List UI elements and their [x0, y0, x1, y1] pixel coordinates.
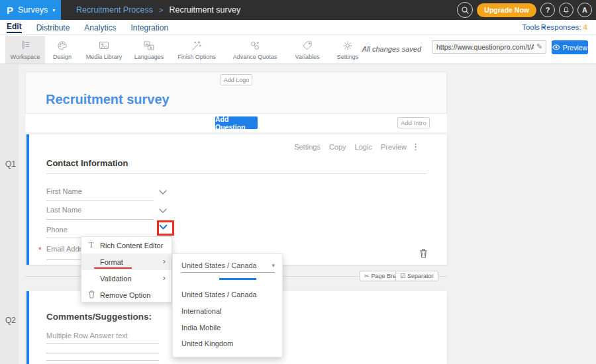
question-actions: Settings Copy Logic Preview	[294, 143, 407, 151]
toolbar-item-media-library[interactable]: Media Library	[79, 36, 128, 64]
question-title-divider	[46, 173, 427, 174]
share-url-input[interactable]	[432, 40, 546, 54]
question-title[interactable]: Comments/Suggestions:	[46, 312, 152, 322]
toolbar-item-label: Design	[53, 54, 72, 60]
responses-link[interactable]: Responses: 4	[541, 20, 587, 34]
top-bar: P Surveys ▾ Recruitment Process > Recrui…	[0, 0, 596, 20]
breadcrumb-separator-icon: >	[159, 6, 163, 14]
menu-item-validation[interactable]: Validation ›	[81, 270, 172, 287]
field-chevron-down-icon[interactable]	[159, 190, 167, 195]
breadcrumb-current: Recruitment survey	[169, 5, 240, 15]
eye-icon	[552, 44, 560, 50]
field-context-menu: T Rich Content Editor Format › Validatio…	[81, 236, 172, 302]
surveys-menu[interactable]: P Surveys ▾	[0, 0, 61, 20]
translate-icon	[143, 40, 155, 52]
toolbar-item-finish-options[interactable]: Finish Options	[170, 36, 224, 64]
format-option-us-canada[interactable]: United States / Canada	[181, 291, 257, 298]
notifications-button[interactable]	[559, 3, 573, 17]
question-settings-link[interactable]: Settings	[294, 143, 321, 151]
tab-distribute[interactable]: Distribute	[36, 23, 70, 32]
answer-placeholder-text[interactable]: Multiple Row Answer text	[46, 332, 128, 340]
help-button[interactable]: ?	[540, 3, 555, 17]
delete-option-trash-icon[interactable]	[419, 248, 428, 258]
toolbar-item-languages[interactable]: Languages	[128, 36, 170, 64]
tab-analytics[interactable]: Analytics	[84, 23, 116, 32]
tab-edit[interactable]: Edit	[7, 21, 22, 33]
menu-item-rich-content-editor[interactable]: T Rich Content Editor	[81, 237, 172, 253]
question-number-q1: Q1	[5, 159, 16, 169]
tag-icon	[301, 40, 313, 52]
toolbar-item-label: Variables	[295, 54, 320, 60]
required-asterisk: *	[38, 246, 42, 255]
breadcrumb-parent[interactable]: Recruitment Process	[76, 5, 153, 15]
field-label-phone[interactable]: Phone	[46, 226, 68, 234]
active-indicator-bar	[219, 278, 256, 280]
toolbar-item-label: Languages	[134, 54, 164, 60]
answer-underline	[46, 353, 159, 353]
separator-label: Separator	[407, 273, 434, 279]
format-option-international[interactable]: International	[181, 307, 222, 315]
field-chevron-down-icon[interactable]	[159, 208, 167, 214]
add-logo-button[interactable]: Add Logo	[221, 74, 252, 85]
nav-tabs: Edit Distribute Analytics Integration	[7, 20, 183, 34]
breadcrumb: Recruitment Process > Recruitment survey	[76, 0, 240, 20]
question-logic-link[interactable]: Logic	[355, 143, 372, 151]
format-option-united-kingdom[interactable]: United Kingdom	[181, 340, 233, 347]
toolbar-item-design[interactable]: Design	[45, 36, 79, 64]
menu-item-label: Rich Content Editor	[100, 242, 163, 250]
account-avatar[interactable]: A	[577, 3, 592, 17]
scissors-icon: ✂	[364, 273, 370, 279]
annotation-underline	[94, 267, 132, 269]
chain-links-icon	[249, 40, 261, 52]
toolbar-item-advance-quotas[interactable]: Advance Quotas	[224, 36, 286, 64]
tab-integration[interactable]: Integration	[130, 23, 168, 32]
upgrade-now-button[interactable]: Upgrade Now	[477, 3, 536, 17]
field-label-last-name[interactable]: Last Name	[46, 206, 81, 214]
toolbar-item-label: Workspace	[11, 54, 40, 60]
add-controls-row: Add Question Add Intro	[25, 114, 447, 132]
field-label-email[interactable]: Email Addre	[46, 245, 85, 253]
question-mark-icon: ?	[546, 6, 550, 14]
separator-button[interactable]: ☑ Separator	[395, 271, 438, 281]
survey-title[interactable]: Recruitment survey	[46, 92, 170, 107]
menu-item-label: Format	[100, 258, 123, 266]
chevron-right-icon: ›	[163, 256, 166, 266]
format-option-india-mobile[interactable]: India Mobile	[181, 324, 221, 332]
annotation-highlight-box	[157, 220, 174, 236]
app-root: P Surveys ▾ Recruitment Process > Recrui…	[0, 0, 596, 364]
question-preview-link[interactable]: Preview	[381, 143, 407, 151]
select-caret-icon[interactable]: ▾	[272, 262, 275, 269]
checkbox-icon: ☑	[400, 273, 405, 279]
format-submenu-panel: United States / Canada ▾ United States /…	[172, 253, 283, 357]
chevron-right-icon: ›	[163, 273, 166, 283]
edit-url-pencil-icon[interactable]: ✎	[536, 42, 542, 51]
toolbar-item-variables[interactable]: Variables	[286, 36, 328, 64]
field-underline	[46, 219, 154, 220]
menu-item-remove-option[interactable]: Remove Option	[81, 287, 172, 303]
chevron-down-icon: ▾	[52, 7, 55, 13]
add-intro-button[interactable]: Add Intro	[397, 117, 430, 128]
question-copy-link[interactable]: Copy	[329, 143, 346, 151]
preview-button[interactable]: Preview	[552, 40, 588, 54]
add-question-button[interactable]: Add Question	[215, 116, 258, 129]
toolbar-items: Workspace Design Media Library Languages…	[5, 36, 367, 64]
palette-icon	[56, 40, 68, 52]
toolbar-item-settings[interactable]: Settings	[328, 36, 367, 64]
editor-toolbar: Workspace Design Media Library Languages…	[0, 34, 596, 64]
menu-item-label: Validation	[100, 275, 132, 283]
topbar-actions: Upgrade Now ? A	[457, 0, 592, 20]
gear-icon	[342, 40, 354, 52]
search-icon	[461, 6, 470, 15]
search-button[interactable]	[457, 2, 473, 18]
question-title[interactable]: Contact Information	[46, 158, 128, 168]
save-status-text: All changes saved	[362, 45, 421, 53]
trash-icon	[88, 290, 95, 298]
avatar-letter: A	[582, 6, 587, 14]
question-more-menu-icon[interactable]: ⋮	[411, 142, 420, 152]
toolbar-item-workspace[interactable]: Workspace	[5, 36, 45, 64]
field-label-first-name[interactable]: First Name	[46, 187, 82, 195]
text-format-icon: T	[89, 240, 94, 250]
tools-label: Tools	[522, 23, 540, 31]
format-select-value[interactable]: United States / Canada	[181, 261, 257, 269]
toolbar-item-label: Advance Quotas	[233, 54, 277, 60]
